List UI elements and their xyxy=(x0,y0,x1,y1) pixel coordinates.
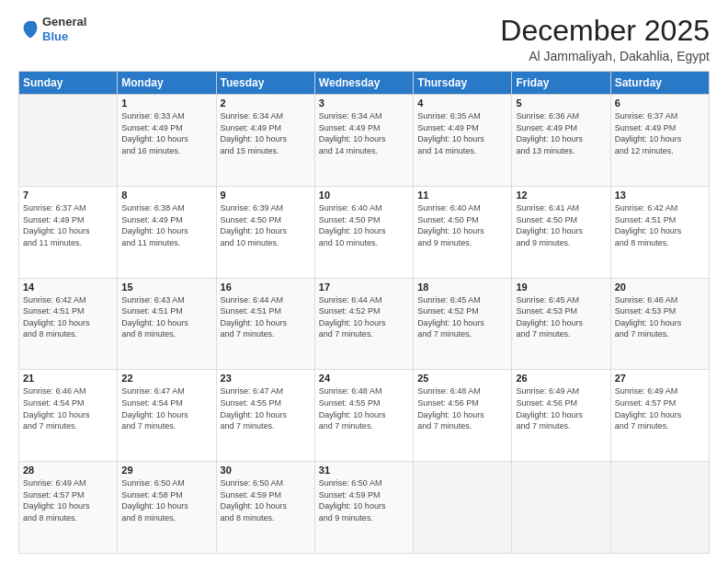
day-number: 9 xyxy=(221,190,311,201)
day-info: Sunrise: 6:48 AMSunset: 4:55 PMDaylight:… xyxy=(319,385,409,431)
calendar-week-5: 28Sunrise: 6:49 AMSunset: 4:57 PMDayligh… xyxy=(19,462,710,554)
logo-text: General Blue xyxy=(42,15,86,43)
day-info: Sunrise: 6:33 AMSunset: 4:49 PMDaylight:… xyxy=(121,110,211,156)
day-number: 23 xyxy=(221,373,311,384)
day-info: Sunrise: 6:39 AMSunset: 4:50 PMDaylight:… xyxy=(221,202,311,248)
day-info: Sunrise: 6:44 AMSunset: 4:51 PMDaylight:… xyxy=(221,294,311,340)
day-info: Sunrise: 6:34 AMSunset: 4:49 PMDaylight:… xyxy=(221,110,311,156)
day-info: Sunrise: 6:46 AMSunset: 4:53 PMDaylight:… xyxy=(615,294,705,340)
weekday-header-thursday: Thursday xyxy=(414,72,512,95)
day-info: Sunrise: 6:46 AMSunset: 4:54 PMDaylight:… xyxy=(23,385,113,431)
day-number: 29 xyxy=(121,465,211,476)
calendar-cell: 19Sunrise: 6:45 AMSunset: 4:53 PMDayligh… xyxy=(512,278,610,370)
day-info: Sunrise: 6:50 AMSunset: 4:59 PMDaylight:… xyxy=(221,477,311,523)
day-number: 18 xyxy=(417,282,507,293)
day-number: 17 xyxy=(319,282,409,293)
weekday-header-tuesday: Tuesday xyxy=(216,72,314,95)
weekday-header-monday: Monday xyxy=(118,72,216,95)
day-number: 4 xyxy=(417,98,507,109)
calendar-body: 1Sunrise: 6:33 AMSunset: 4:49 PMDaylight… xyxy=(19,95,710,554)
day-info: Sunrise: 6:43 AMSunset: 4:51 PMDaylight:… xyxy=(121,294,211,340)
calendar-cell: 30Sunrise: 6:50 AMSunset: 4:59 PMDayligh… xyxy=(216,462,314,554)
calendar-cell: 23Sunrise: 6:47 AMSunset: 4:55 PMDayligh… xyxy=(216,370,314,462)
day-info: Sunrise: 6:38 AMSunset: 4:49 PMDaylight:… xyxy=(121,202,211,248)
calendar-cell: 3Sunrise: 6:34 AMSunset: 4:49 PMDaylight… xyxy=(314,95,413,187)
calendar-cell: 31Sunrise: 6:50 AMSunset: 4:59 PMDayligh… xyxy=(314,462,413,554)
day-info: Sunrise: 6:50 AMSunset: 4:58 PMDaylight:… xyxy=(121,477,211,523)
day-info: Sunrise: 6:42 AMSunset: 4:51 PMDaylight:… xyxy=(615,202,705,248)
day-number: 10 xyxy=(319,190,409,201)
day-info: Sunrise: 6:45 AMSunset: 4:52 PMDaylight:… xyxy=(417,294,507,340)
calendar-cell: 8Sunrise: 6:38 AMSunset: 4:49 PMDaylight… xyxy=(118,186,216,278)
calendar-cell: 22Sunrise: 6:47 AMSunset: 4:54 PMDayligh… xyxy=(118,370,216,462)
day-info: Sunrise: 6:42 AMSunset: 4:51 PMDaylight:… xyxy=(23,294,113,340)
title-section: December 2025 Al Jammaliyah, Dakahlia, E… xyxy=(500,15,710,63)
calendar-cell xyxy=(19,95,118,187)
calendar-cell: 20Sunrise: 6:46 AMSunset: 4:53 PMDayligh… xyxy=(610,278,709,370)
calendar-cell xyxy=(610,462,709,554)
day-number: 25 xyxy=(417,373,507,384)
day-number: 19 xyxy=(516,282,606,293)
day-number: 12 xyxy=(516,190,606,201)
day-info: Sunrise: 6:49 AMSunset: 4:56 PMDaylight:… xyxy=(516,385,606,431)
day-info: Sunrise: 6:37 AMSunset: 4:49 PMDaylight:… xyxy=(615,110,705,156)
day-number: 22 xyxy=(121,373,211,384)
calendar-cell: 5Sunrise: 6:36 AMSunset: 4:49 PMDaylight… xyxy=(512,95,610,187)
day-info: Sunrise: 6:49 AMSunset: 4:57 PMDaylight:… xyxy=(23,477,113,523)
day-number: 3 xyxy=(319,98,409,109)
calendar-cell xyxy=(512,462,610,554)
day-info: Sunrise: 6:49 AMSunset: 4:57 PMDaylight:… xyxy=(615,385,705,431)
calendar-cell xyxy=(414,462,512,554)
day-number: 1 xyxy=(121,98,211,109)
day-number: 20 xyxy=(615,282,705,293)
calendar-cell: 27Sunrise: 6:49 AMSunset: 4:57 PMDayligh… xyxy=(610,370,709,462)
day-number: 13 xyxy=(615,190,705,201)
logo: General Blue xyxy=(18,15,86,43)
calendar-cell: 18Sunrise: 6:45 AMSunset: 4:52 PMDayligh… xyxy=(414,278,512,370)
weekday-header-saturday: Saturday xyxy=(610,72,709,95)
weekday-header-wednesday: Wednesday xyxy=(314,72,413,95)
calendar-cell: 21Sunrise: 6:46 AMSunset: 4:54 PMDayligh… xyxy=(19,370,118,462)
calendar-cell: 16Sunrise: 6:44 AMSunset: 4:51 PMDayligh… xyxy=(216,278,314,370)
day-number: 27 xyxy=(615,373,705,384)
day-number: 15 xyxy=(121,282,211,293)
day-info: Sunrise: 6:45 AMSunset: 4:53 PMDaylight:… xyxy=(516,294,606,340)
calendar-table: SundayMondayTuesdayWednesdayThursdayFrid… xyxy=(18,71,710,554)
calendar-cell: 6Sunrise: 6:37 AMSunset: 4:49 PMDaylight… xyxy=(610,95,709,187)
day-number: 7 xyxy=(23,190,113,201)
calendar-cell: 4Sunrise: 6:35 AMSunset: 4:49 PMDaylight… xyxy=(414,95,512,187)
day-info: Sunrise: 6:35 AMSunset: 4:49 PMDaylight:… xyxy=(417,110,507,156)
day-number: 8 xyxy=(121,190,211,201)
calendar-cell: 2Sunrise: 6:34 AMSunset: 4:49 PMDaylight… xyxy=(216,95,314,187)
calendar-week-2: 7Sunrise: 6:37 AMSunset: 4:49 PMDaylight… xyxy=(19,186,710,278)
day-info: Sunrise: 6:47 AMSunset: 4:55 PMDaylight:… xyxy=(221,385,311,431)
calendar-cell: 25Sunrise: 6:48 AMSunset: 4:56 PMDayligh… xyxy=(414,370,512,462)
calendar-cell: 11Sunrise: 6:40 AMSunset: 4:50 PMDayligh… xyxy=(414,186,512,278)
day-number: 16 xyxy=(221,282,311,293)
header: General Blue December 2025 Al Jammaliyah… xyxy=(18,15,710,63)
day-info: Sunrise: 6:40 AMSunset: 4:50 PMDaylight:… xyxy=(417,202,507,248)
calendar-cell: 12Sunrise: 6:41 AMSunset: 4:50 PMDayligh… xyxy=(512,186,610,278)
calendar-cell: 9Sunrise: 6:39 AMSunset: 4:50 PMDaylight… xyxy=(216,186,314,278)
calendar-cell: 17Sunrise: 6:44 AMSunset: 4:52 PMDayligh… xyxy=(314,278,413,370)
day-number: 11 xyxy=(417,190,507,201)
day-info: Sunrise: 6:37 AMSunset: 4:49 PMDaylight:… xyxy=(23,202,113,248)
day-number: 28 xyxy=(23,465,113,476)
day-number: 31 xyxy=(319,465,409,476)
logo-icon xyxy=(20,19,40,40)
calendar-cell: 29Sunrise: 6:50 AMSunset: 4:58 PMDayligh… xyxy=(118,462,216,554)
location-title: Al Jammaliyah, Dakahlia, Egypt xyxy=(500,49,710,63)
calendar-cell: 13Sunrise: 6:42 AMSunset: 4:51 PMDayligh… xyxy=(610,186,709,278)
day-number: 30 xyxy=(221,465,311,476)
calendar-cell: 7Sunrise: 6:37 AMSunset: 4:49 PMDaylight… xyxy=(19,186,118,278)
page: General Blue December 2025 Al Jammaliyah… xyxy=(0,0,728,563)
calendar-cell: 26Sunrise: 6:49 AMSunset: 4:56 PMDayligh… xyxy=(512,370,610,462)
weekday-header-row: SundayMondayTuesdayWednesdayThursdayFrid… xyxy=(19,72,710,95)
day-number: 6 xyxy=(615,98,705,109)
day-info: Sunrise: 6:47 AMSunset: 4:54 PMDaylight:… xyxy=(121,385,211,431)
day-info: Sunrise: 6:48 AMSunset: 4:56 PMDaylight:… xyxy=(417,385,507,431)
calendar-cell: 28Sunrise: 6:49 AMSunset: 4:57 PMDayligh… xyxy=(19,462,118,554)
calendar-cell: 14Sunrise: 6:42 AMSunset: 4:51 PMDayligh… xyxy=(19,278,118,370)
calendar-week-1: 1Sunrise: 6:33 AMSunset: 4:49 PMDaylight… xyxy=(19,95,710,187)
calendar-cell: 24Sunrise: 6:48 AMSunset: 4:55 PMDayligh… xyxy=(314,370,413,462)
